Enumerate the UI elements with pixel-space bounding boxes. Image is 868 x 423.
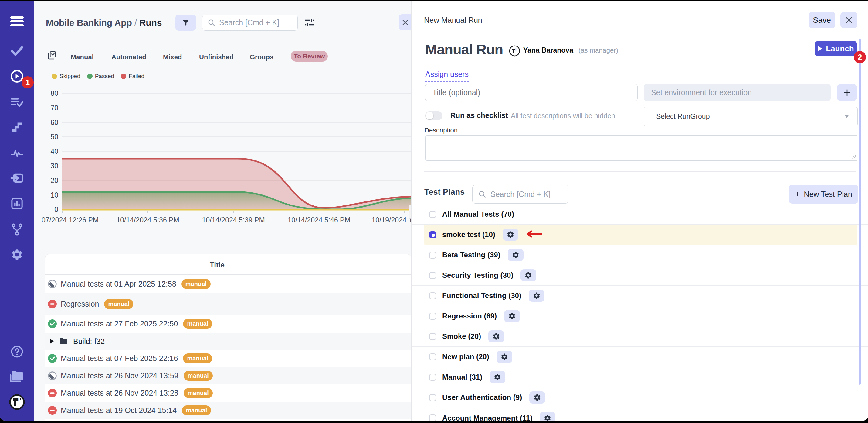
svg-text:10/14/2024 5:36 PM: 10/14/2024 5:36 PM bbox=[116, 216, 179, 224]
svg-text:10/14/2024 5:39 PM: 10/14/2024 5:39 PM bbox=[202, 216, 265, 224]
svg-text:07/2024 12:26 PM: 07/2024 12:26 PM bbox=[41, 216, 99, 224]
svg-text:10/14/2024 5:46 PM: 10/14/2024 5:46 PM bbox=[287, 216, 350, 224]
svg-text:10/19/2024 11:23 AM: 10/19/2024 11:23 AM bbox=[372, 216, 411, 224]
